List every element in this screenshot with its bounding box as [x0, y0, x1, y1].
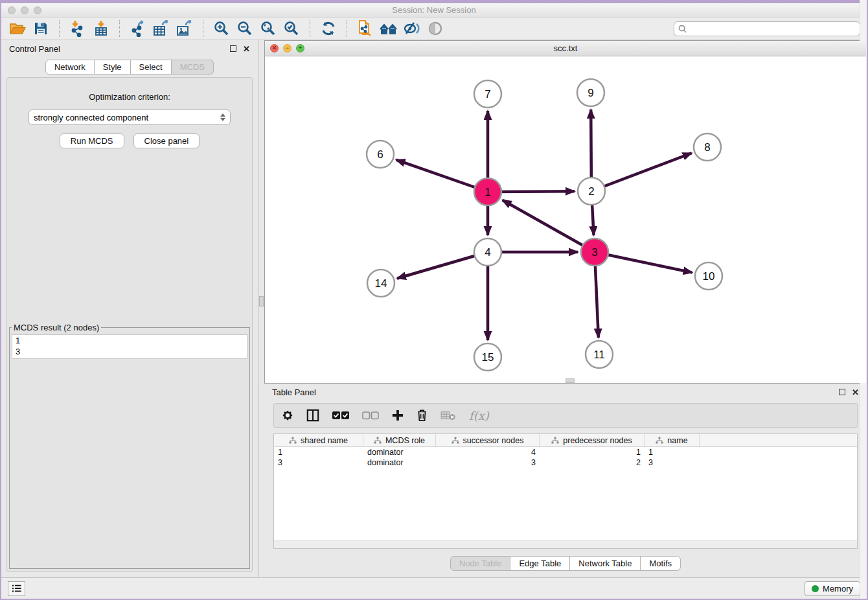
table-cell[interactable]: dominator: [363, 458, 436, 467]
delete-column-icon[interactable]: [417, 409, 428, 422]
run-mcds-button[interactable]: Run MCDS: [60, 133, 124, 148]
panel-splitter[interactable]: [258, 40, 264, 577]
tab-motifs[interactable]: Motifs: [641, 556, 681, 571]
tab-network-table[interactable]: Network Table: [570, 556, 641, 571]
float-table-panel-icon[interactable]: [839, 389, 845, 395]
create-column-icon[interactable]: [392, 410, 404, 421]
select-all-columns-icon[interactable]: [332, 411, 349, 420]
column-header[interactable]: MCDS role: [363, 434, 436, 446]
export-table-icon[interactable]: [152, 19, 171, 38]
table-row[interactable]: 1dominator411: [274, 447, 857, 457]
zoom-in-icon[interactable]: [212, 19, 231, 38]
table-cell[interactable]: 3: [274, 458, 363, 467]
deselect-all-columns-icon[interactable]: [362, 411, 379, 420]
table-row[interactable]: 3dominator323: [274, 457, 857, 468]
mcds-panel: Optimization criterion: strongly connect…: [6, 77, 253, 572]
network-view-title: scc.txt: [265, 43, 866, 53]
criterion-select[interactable]: strongly connected component: [29, 110, 231, 125]
graph-edge[interactable]: [396, 160, 488, 192]
toggle-view-disabled-icon: [426, 19, 445, 38]
search-input[interactable]: [689, 24, 856, 33]
table-panel: Table Panel ✕: [264, 384, 867, 577]
optimization-criterion-label: Optimization criterion:: [89, 92, 170, 102]
float-panel-icon[interactable]: [230, 45, 236, 52]
control-panel-title: Control Panel: [9, 44, 60, 54]
memory-button[interactable]: Memory: [805, 581, 860, 596]
table-cell[interactable]: 3: [436, 458, 540, 467]
canvas-bottom-grip[interactable]: [565, 378, 575, 383]
node-table: shared nameMCDS rolesuccessor nodesprede…: [273, 433, 858, 549]
function-builder-disabled-icon: f(x): [469, 409, 489, 422]
column-header[interactable]: shared name: [274, 434, 363, 446]
close-panel-icon[interactable]: ✕: [243, 45, 250, 53]
toolbar-separator: [347, 20, 347, 37]
graph-node-label: 3: [591, 246, 597, 259]
search-field[interactable]: [674, 21, 860, 36]
graph-node-label: 14: [375, 277, 387, 290]
save-session-icon[interactable]: [31, 19, 51, 38]
table-cell[interactable]: dominator: [363, 448, 436, 457]
task-history-button[interactable]: [8, 581, 25, 596]
toolbar-separator: [119, 20, 120, 37]
graph-node-label: 15: [482, 351, 494, 363]
open-session-icon[interactable]: [8, 19, 27, 38]
show-all-networks-icon[interactable]: [379, 19, 398, 38]
network-canvas[interactable]: 7968124314101511: [265, 56, 866, 383]
import-network-icon[interactable]: [68, 19, 87, 38]
tab-style[interactable]: Style: [95, 60, 131, 75]
status-bar: Memory: [1, 577, 867, 599]
select-stepper-icon: [220, 113, 225, 121]
graph-node-label: 9: [588, 87, 593, 99]
toolbar-separator: [203, 20, 203, 37]
table-settings-gear-icon[interactable]: [282, 410, 293, 421]
column-header[interactable]: predecessor nodes: [540, 434, 645, 446]
window-titlebar: Session: New Session: [1, 3, 867, 17]
table-cell[interactable]: 4: [436, 448, 540, 457]
table-cell[interactable]: 1: [645, 448, 700, 457]
table-hscrollbar[interactable]: [274, 540, 857, 548]
tab-mcds[interactable]: MCDS: [172, 60, 214, 75]
zoom-selected-icon[interactable]: [282, 19, 301, 38]
zoom-fit-icon[interactable]: [258, 19, 278, 38]
mcds-result-title: MCDS result (2 nodes): [12, 323, 101, 332]
hide-selected-icon[interactable]: [402, 19, 422, 38]
graph-node-label: 8: [704, 141, 710, 154]
graph-node-label: 4: [485, 246, 490, 259]
export-network-icon[interactable]: [128, 19, 148, 38]
mcds-result-group: MCDS result (2 nodes) 1 3: [9, 323, 250, 569]
table-cell[interactable]: 1: [274, 448, 363, 457]
column-header[interactable]: successor nodes: [436, 434, 540, 446]
zoom-out-icon[interactable]: [235, 19, 255, 38]
criterion-selected-value: strongly connected component: [34, 113, 220, 122]
export-image-icon[interactable]: [175, 19, 194, 38]
show-column-panel-icon[interactable]: [306, 409, 319, 422]
node-table-body: 1dominator4113dominator323: [274, 447, 857, 468]
tab-select[interactable]: Select: [131, 60, 172, 75]
table-cell[interactable]: 3: [645, 458, 700, 467]
table-cell[interactable]: 1: [540, 448, 645, 457]
graph-edge[interactable]: [595, 252, 692, 273]
network-view-window: scc.txt ✕ − + 7: [264, 40, 867, 384]
import-table-icon[interactable]: [91, 19, 111, 38]
toolbar-separator: [59, 20, 60, 37]
column-header[interactable]: name: [645, 434, 700, 446]
memory-status-icon: [812, 585, 819, 592]
graph-edge[interactable]: [503, 200, 595, 252]
task-list-icon: [12, 584, 22, 593]
tab-edge-table[interactable]: Edge Table: [510, 556, 570, 571]
search-icon: [678, 25, 687, 33]
splitter-grip[interactable]: [259, 296, 264, 306]
mcds-result-text[interactable]: 1 3: [12, 334, 247, 359]
close-panel-button[interactable]: Close panel: [133, 133, 200, 148]
close-table-panel-icon[interactable]: ✕: [852, 388, 859, 397]
apply-layout-icon[interactable]: [319, 19, 338, 38]
table-cell[interactable]: 2: [540, 458, 645, 467]
tab-network[interactable]: Network: [45, 60, 95, 75]
network-view-titlebar[interactable]: scc.txt ✕ − +: [265, 41, 866, 56]
tab-node-table[interactable]: Node Table: [450, 556, 511, 571]
graph-edge[interactable]: [591, 153, 692, 191]
duplicate-network-icon[interactable]: [356, 19, 375, 38]
graph-node-label: 2: [588, 185, 594, 198]
graph-node-label: 11: [593, 349, 605, 361]
table-panel-title: Table Panel: [272, 387, 316, 397]
